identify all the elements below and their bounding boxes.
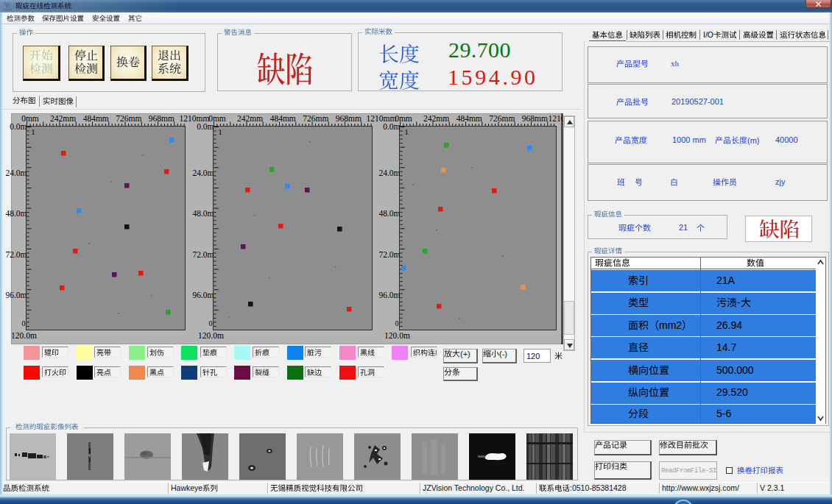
svg-text:0.0m: 0.0m <box>197 122 214 131</box>
svg-text:96.0m: 96.0m <box>5 291 27 299</box>
svg-text:72.0m: 72.0m <box>378 250 400 259</box>
svg-text:242mm: 242mm <box>50 114 76 123</box>
svg-text:484mm: 484mm <box>456 114 482 123</box>
svg-text:0: 0 <box>22 319 26 327</box>
svg-text:242mm: 242mm <box>237 114 263 123</box>
svg-text:48.0m: 48.0m <box>192 209 214 218</box>
svg-text:1: 1 <box>219 128 222 136</box>
svg-text:48.0m: 48.0m <box>378 209 400 218</box>
svg-text:96.0m: 96.0m <box>378 291 400 299</box>
svg-text:726mm: 726mm <box>489 114 515 123</box>
svg-text:1: 1 <box>32 128 35 136</box>
svg-text:968mm: 968mm <box>149 114 174 123</box>
svg-text:48.0m: 48.0m <box>5 209 27 218</box>
svg-text:0: 0 <box>209 319 213 327</box>
svg-text:0.0m: 0.0m <box>383 122 400 131</box>
svg-text:120.0m: 120.0m <box>11 331 37 340</box>
svg-text:484mm: 484mm <box>83 114 109 123</box>
svg-text:726mm: 726mm <box>303 114 328 123</box>
svg-text:0: 0 <box>395 319 399 327</box>
svg-text:1: 1 <box>405 128 409 136</box>
svg-text:242mm: 242mm <box>423 114 449 123</box>
svg-text:968mm: 968mm <box>522 114 548 123</box>
svg-text:72.0m: 72.0m <box>192 250 214 259</box>
svg-text:96.0m: 96.0m <box>192 291 214 299</box>
svg-text:0.0m: 0.0m <box>10 122 27 131</box>
svg-text:24.0m: 24.0m <box>192 168 214 177</box>
svg-text:120.0m: 120.0m <box>384 331 410 340</box>
svg-text:968mm: 968mm <box>336 114 362 123</box>
svg-text:726mm: 726mm <box>116 114 141 123</box>
svg-text:120.0m: 120.0m <box>198 331 224 340</box>
svg-text:484mm: 484mm <box>270 114 296 123</box>
svg-text:24.0m: 24.0m <box>5 168 27 177</box>
svg-text:24.0m: 24.0m <box>378 168 400 177</box>
svg-text:72.0m: 72.0m <box>5 250 27 259</box>
